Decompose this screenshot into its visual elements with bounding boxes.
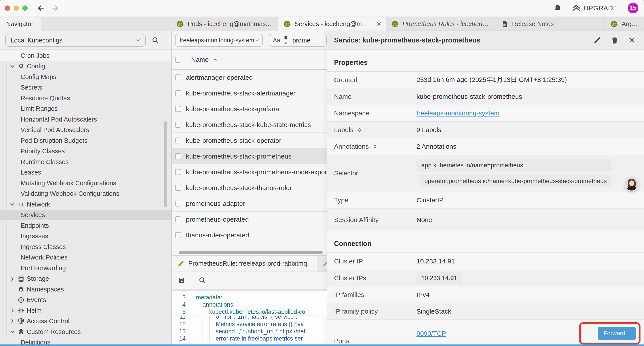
editor-tab-partial[interactable] bbox=[317, 256, 326, 272]
tab-navigator[interactable]: Navigator bbox=[0, 17, 41, 31]
table-row[interactable]: prometheus-operated bbox=[172, 212, 326, 227]
upgrade-button[interactable]: UPGRADE bbox=[572, 4, 618, 12]
table-row[interactable]: kube-prometheus-stack-operator bbox=[172, 133, 326, 148]
sidebar-item-runtime-classes[interactable]: Runtime Classes bbox=[0, 157, 171, 167]
tab-prometheus-rules-icecheng[interactable]: Prometheus Rules - icecheng... bbox=[386, 17, 496, 31]
row-checkbox[interactable] bbox=[175, 122, 181, 128]
editor-tab[interactable]: PrometheusRule: freeleaps-prod-rabbitmq bbox=[172, 256, 317, 272]
tab-pods-icecheng-mathmas[interactable]: Pods - icecheng@mathmas... bbox=[171, 17, 278, 31]
sidebar-item-limit-ranges[interactable]: Limit Ranges bbox=[0, 104, 171, 114]
row-checkbox[interactable] bbox=[175, 169, 181, 175]
forward-button[interactable]: Forward... bbox=[598, 327, 636, 340]
close-icon[interactable]: ✕ bbox=[628, 36, 635, 44]
sidebar-item-priority-classes[interactable]: Priority Classes bbox=[0, 146, 171, 157]
table-row[interactable]: prometheus-adapter bbox=[172, 196, 326, 212]
back-arrow-icon[interactable] bbox=[37, 4, 45, 12]
sidebar-item-access-control[interactable]: Access Control bbox=[0, 316, 171, 327]
detail-label: Labels bbox=[334, 126, 353, 134]
row-checkbox[interactable] bbox=[175, 90, 181, 96]
edit-pencil-icon[interactable] bbox=[593, 36, 601, 44]
sidebar-item-namespaces[interactable]: Namespaces bbox=[0, 284, 171, 295]
sidebar-item-endpoints[interactable]: Endpoints bbox=[0, 220, 171, 231]
search-icon[interactable] bbox=[198, 276, 206, 284]
sidebar-item-horizontal-pod-autoscalers[interactable]: Horizontal Pod Autoscalers bbox=[0, 114, 171, 125]
sidebar-item-label: Horizontal Pod Autoscalers bbox=[20, 116, 97, 123]
sidebar-item-services[interactable]: Services bbox=[0, 210, 171, 221]
row-checkbox[interactable] bbox=[175, 185, 181, 191]
row-checkbox[interactable] bbox=[175, 153, 181, 159]
notification-count-badge[interactable]: 15 bbox=[628, 3, 638, 13]
tab-argo-se[interactable]: Argo Se bbox=[605, 17, 644, 31]
tab-services-icecheng-math[interactable]: Services - icecheng@math...✕ bbox=[278, 17, 386, 31]
port-link[interactable]: 9090/TCP bbox=[416, 330, 446, 337]
sidebar-item-custom-resources[interactable]: Custom Resources bbox=[0, 327, 171, 337]
tab-release-notes[interactable]: Release Notes bbox=[496, 17, 605, 31]
detail-label: IP families bbox=[334, 291, 364, 299]
sidebar-scrollbar-thumb[interactable] bbox=[164, 121, 167, 207]
row-checkbox[interactable] bbox=[175, 216, 181, 222]
maximize-window-button[interactable] bbox=[22, 5, 28, 11]
sidebar-item-resource-quotas[interactable]: Resource Quotas bbox=[0, 93, 171, 104]
assistant-avatar[interactable] bbox=[624, 177, 639, 191]
namespace-select[interactable]: freeleaps-monitoring-system bbox=[175, 34, 263, 47]
sidebar-item-config-maps[interactable]: Config Maps bbox=[0, 72, 171, 82]
yaml-editor[interactable]: 3metadata:4annotations:5kubectl.kubernet… bbox=[172, 291, 326, 346]
sidebar-item-storage[interactable]: Storage bbox=[0, 274, 171, 284]
table-row[interactable]: kube-prometheus-stack-alertmanager bbox=[172, 85, 326, 101]
table-row[interactable]: thanos-ruler-operated bbox=[172, 227, 326, 243]
forward-arrow-icon[interactable] bbox=[51, 4, 59, 12]
sidebar-item-cron-jobs[interactable]: Cron Jobs bbox=[0, 50, 171, 61]
sidebar-item-network-policies[interactable]: Network Policies bbox=[0, 252, 171, 263]
resource-tree: Cron Jobs⚙ConfigConfig MapsSecretsResour… bbox=[0, 50, 171, 346]
match-case-toggle[interactable]: Aa bbox=[273, 37, 280, 44]
regex-toggle-icon[interactable]: * bbox=[284, 33, 288, 48]
sidebar-item-helm[interactable]: Helm bbox=[0, 305, 171, 316]
sidebar-item-leases[interactable]: Leases bbox=[0, 167, 171, 178]
table-row[interactable]: kube-prometheus-stack-prometheus bbox=[172, 148, 326, 164]
table-row[interactable]: alertmanager-operated bbox=[172, 70, 326, 85]
kubeconfig-select[interactable]: Local Kubeconfigs bbox=[5, 34, 146, 47]
sidebar-item-port-forwarding[interactable]: Port Forwarding bbox=[0, 263, 171, 274]
sidebar-item-events[interactable]: Events bbox=[0, 295, 171, 306]
sidebar-item-secrets[interactable]: Secrets bbox=[0, 82, 171, 93]
sidebar-item-vertical-pod-autoscalers[interactable]: Vertical Pod Autoscalers bbox=[0, 125, 171, 136]
sidebar-item-ingresses[interactable]: Ingresses bbox=[0, 231, 171, 242]
sort-icon[interactable] bbox=[372, 143, 378, 150]
line-number: 3 bbox=[172, 294, 186, 301]
close-window-button[interactable] bbox=[5, 5, 10, 11]
sidebar-item-ingress-classes[interactable]: Ingress Classes bbox=[0, 242, 171, 252]
sort-icon[interactable] bbox=[356, 127, 362, 133]
detail-value: None bbox=[416, 216, 432, 224]
sidebar-item-config[interactable]: ⚙Config bbox=[0, 61, 171, 72]
close-tab-icon[interactable]: ✕ bbox=[376, 20, 382, 27]
trash-icon[interactable] bbox=[611, 36, 618, 44]
bell-icon[interactable] bbox=[554, 4, 562, 12]
filter-input[interactable] bbox=[292, 36, 323, 44]
column-header-name[interactable]: Name bbox=[191, 56, 209, 63]
sidebar-item-network[interactable]: ↑↓Network bbox=[0, 199, 171, 210]
row-checkbox[interactable] bbox=[175, 106, 181, 112]
row-checkbox[interactable] bbox=[175, 74, 181, 80]
sidebar-item-mutating-webhook-configurations[interactable]: Mutating Webhook Configurations bbox=[0, 178, 171, 189]
detail-link[interactable]: freeleaps-monitoring-system bbox=[416, 109, 499, 117]
row-checkbox[interactable] bbox=[175, 137, 181, 143]
line-number: 12 bbox=[172, 321, 186, 328]
table-row[interactable]: kube-prometheus-stack-kube-state-metrics bbox=[172, 117, 326, 133]
save-icon[interactable] bbox=[178, 276, 186, 284]
select-all-checkbox[interactable] bbox=[175, 57, 181, 63]
minimize-window-button[interactable] bbox=[14, 5, 19, 11]
table-horizontal-scrollbar-thumb[interactable] bbox=[179, 251, 323, 254]
chev-right-icon bbox=[9, 318, 15, 324]
row-checkbox[interactable] bbox=[175, 201, 181, 207]
namespace-select-value: freeleaps-monitoring-system bbox=[180, 37, 254, 44]
table-row[interactable]: kube-prometheus-stack-prometheus-node-ex… bbox=[172, 164, 326, 180]
detail-value: 10.233.14.91 bbox=[416, 258, 455, 265]
sidebar-item-label: Secrets bbox=[20, 84, 42, 91]
search-icon[interactable] bbox=[152, 36, 159, 44]
row-checkbox[interactable] bbox=[175, 232, 181, 238]
sidebar-item-validating-webhook-configurations[interactable]: Validating Webhook Configurations bbox=[0, 189, 171, 199]
sidebar-item-label: Cron Jobs bbox=[20, 52, 50, 59]
table-row[interactable]: kube-prometheus-stack-thanos-ruler bbox=[172, 180, 326, 196]
table-row[interactable]: kube-prometheus-stack-grafana bbox=[172, 101, 326, 117]
sidebar-item-pod-disruption-budgets[interactable]: Pod Disruption Budgets bbox=[0, 135, 171, 146]
